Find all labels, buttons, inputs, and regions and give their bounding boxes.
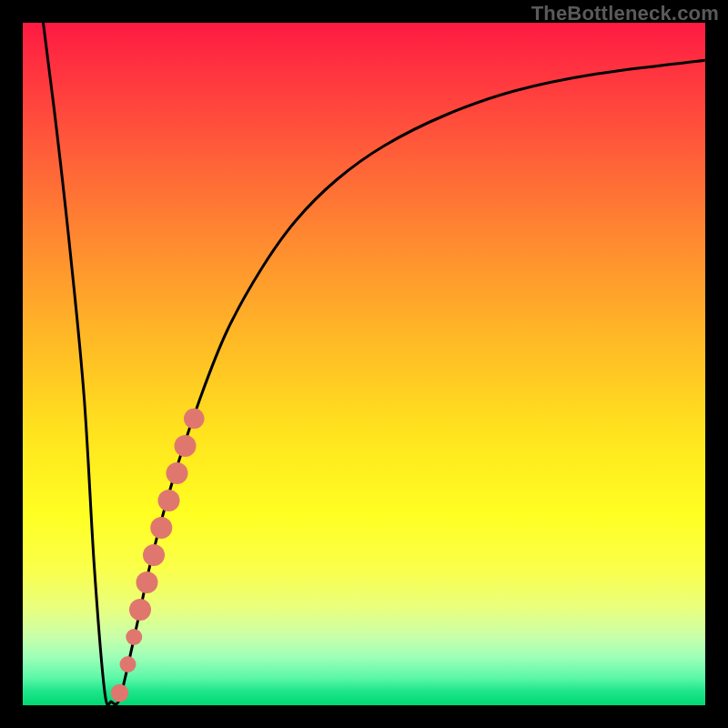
cluster-markers [111, 409, 205, 703]
cluster-point [111, 684, 129, 703]
cluster-point [129, 599, 151, 621]
cluster-point [143, 544, 165, 566]
cluster-point [126, 629, 142, 645]
cluster-point [120, 656, 136, 672]
chart-svg [23, 23, 705, 705]
watermark-text: TheBottleneck.com [531, 2, 719, 25]
cluster-point [136, 571, 158, 593]
plot-area [23, 23, 705, 705]
cluster-point [184, 409, 205, 430]
cluster-point [158, 490, 180, 511]
chart-frame: TheBottleneck.com [0, 0, 728, 728]
cluster-point [175, 435, 197, 457]
cluster-point [150, 517, 172, 539]
cluster-point [167, 462, 188, 484]
